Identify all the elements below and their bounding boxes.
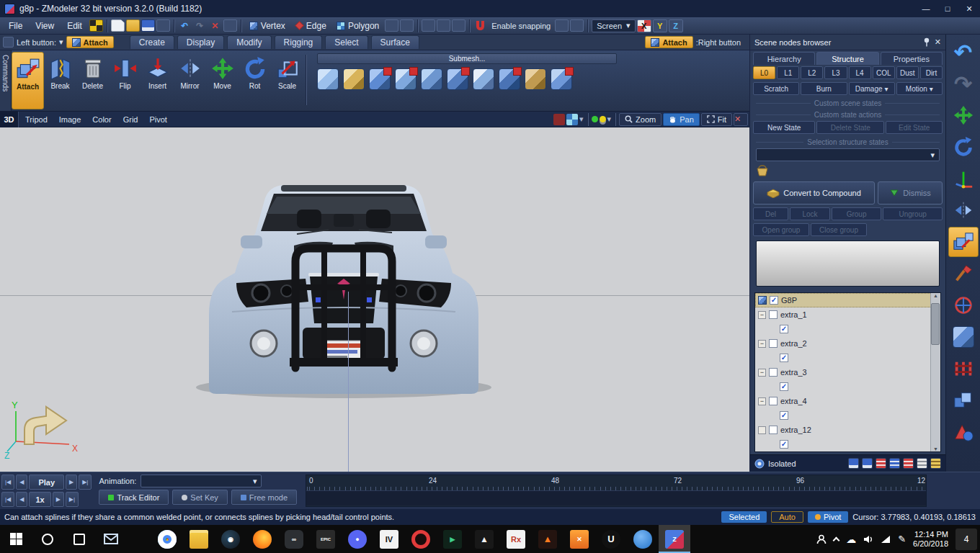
lod-l4-button[interactable]: L4: [849, 66, 871, 79]
delete-state-button[interactable]: Delete State: [816, 121, 884, 134]
viewport-menu-tripod[interactable]: Tripod: [20, 115, 53, 124]
viewport-3d[interactable]: Y Z X: [0, 127, 749, 472]
speed-up-button[interactable]: ▶: [53, 492, 64, 507]
mirror-tool-icon[interactable]: [948, 195, 979, 225]
free-mode-button[interactable]: Free mode: [231, 490, 297, 505]
speed-value[interactable]: 1x: [29, 492, 50, 507]
clock[interactable]: 12:14 PM 6/20/2018: [913, 530, 948, 549]
dismiss-button[interactable]: Dismiss: [878, 181, 943, 204]
undo-icon[interactable]: ↶: [948, 37, 979, 67]
collapse-icon[interactable]: −: [758, 340, 766, 348]
scrollbar-thumb[interactable]: [931, 303, 940, 345]
bucket-icon[interactable]: [756, 165, 769, 176]
tab-rigging[interactable]: Rigging: [275, 35, 323, 49]
ungroup-button[interactable]: Ungroup: [883, 207, 943, 220]
collapse-icon[interactable]: −: [758, 369, 766, 377]
timeline-ruler[interactable]: 0 24 48 72 96 12: [306, 475, 926, 491]
taskbar-app-unreal[interactable]: U: [595, 525, 627, 553]
lod-col-button[interactable]: COL: [873, 66, 895, 79]
axes-tool-icon[interactable]: [948, 163, 979, 194]
scroll-up-icon[interactable]: ▲: [933, 293, 938, 298]
undo-icon[interactable]: ↶: [178, 19, 192, 32]
checkbox-checked[interactable]: ✓: [780, 382, 788, 391]
dock-icon[interactable]: [3, 37, 14, 48]
fit-button[interactable]: Fit: [701, 113, 732, 126]
view-mode-button[interactable]: 3D: [0, 112, 19, 127]
viewport-menu-pivot[interactable]: Pivot: [144, 115, 172, 124]
burn-button[interactable]: Burn: [801, 82, 847, 95]
submesh-icon-checker[interactable]: [473, 68, 494, 90]
taskbar-app-green-arrow[interactable]: ▶: [437, 525, 468, 553]
submesh-icon-remove[interactable]: [447, 68, 468, 90]
snap-option-icon[interactable]: [555, 19, 569, 32]
step-back-button[interactable]: ◀: [16, 475, 27, 490]
submesh-icon-slabs[interactable]: [421, 68, 442, 90]
tray-expand-icon[interactable]: [833, 536, 840, 544]
taskbar-app-discord[interactable]: ∞: [278, 525, 310, 553]
lock-button[interactable]: Lock: [790, 207, 830, 220]
menu-file[interactable]: File: [3, 19, 28, 32]
ink-icon[interactable]: ✎: [898, 534, 906, 544]
taskbar-app-mail[interactable]: [95, 525, 127, 553]
y-axis-button[interactable]: Y: [653, 19, 667, 32]
submesh-icon-plane[interactable]: [551, 68, 572, 90]
taskbar-app-rx[interactable]: Rx: [500, 525, 532, 553]
tree-child-row[interactable]: ✓: [755, 351, 940, 365]
save-file-icon[interactable]: [141, 19, 155, 32]
cubes-tool-icon[interactable]: [948, 385, 979, 415]
onedrive-icon[interactable]: ☁: [846, 534, 856, 545]
axes-icon[interactable]: [452, 19, 466, 32]
start-button[interactable]: [0, 525, 32, 553]
tab-surface[interactable]: Surface: [371, 35, 419, 49]
status-dot-icon[interactable]: [592, 116, 598, 122]
minimize-button[interactable]: —: [915, 1, 937, 17]
speed-down-button[interactable]: ◀: [16, 492, 27, 507]
copy-icon[interactable]: [223, 19, 237, 32]
tab-structure[interactable]: Structure: [816, 52, 878, 65]
grid-settings-icon[interactable]: [89, 19, 103, 32]
submesh-icon-weld[interactable]: [499, 68, 520, 90]
edit-state-button[interactable]: Edit State: [886, 121, 943, 134]
tree-row-g8p[interactable]: ✓ G8P: [755, 293, 940, 307]
zoom-button[interactable]: Zoom: [619, 113, 662, 126]
magnet-icon[interactable]: [473, 19, 487, 32]
collapse-icon[interactable]: −: [758, 397, 766, 405]
checkbox-unchecked[interactable]: [769, 426, 778, 434]
commands-strip[interactable]: Commands: [0, 50, 12, 111]
people-icon[interactable]: [816, 534, 827, 544]
sphere-tool-icon[interactable]: [948, 417, 979, 447]
menu-edit[interactable]: Edit: [61, 19, 88, 32]
lod-l2-button[interactable]: L2: [801, 66, 823, 79]
tool-attach[interactable]: Attach: [12, 52, 44, 109]
cube-tool-icon[interactable]: [948, 322, 979, 352]
snap-option-icon[interactable]: [570, 19, 584, 32]
taskbar-app-messenger[interactable]: [627, 525, 659, 553]
play-button[interactable]: Play: [29, 475, 64, 490]
checkbox-checked[interactable]: ✓: [780, 325, 788, 333]
tab-modify[interactable]: Modify: [227, 35, 271, 49]
screen-select[interactable]: Screen▾: [592, 19, 635, 32]
lod-l1-button[interactable]: L1: [777, 66, 799, 79]
checkbox-checked[interactable]: ✓: [780, 354, 788, 362]
new-file-icon[interactable]: [111, 19, 125, 32]
taskbar-app-cat[interactable]: ▲: [468, 525, 500, 553]
wand-icon[interactable]: [422, 19, 435, 32]
pencil-icon[interactable]: [437, 19, 450, 32]
tree-row-extra-2[interactable]: − extra_2: [755, 336, 940, 351]
z-axis-button[interactable]: Z: [669, 19, 683, 32]
taskbar-app-epic-games[interactable]: EPIC: [310, 525, 342, 553]
polygon-mode-button[interactable]: Polygon: [332, 20, 383, 32]
gizmo-tool-icon[interactable]: [948, 290, 979, 320]
taskbar-app-gta-iv[interactable]: IV: [373, 525, 405, 553]
left-action-attach-button[interactable]: Attach: [66, 36, 114, 48]
close-panel-icon[interactable]: ✕: [935, 37, 941, 47]
timeline-track[interactable]: [306, 491, 926, 505]
taskbar-app-chrome[interactable]: [151, 525, 183, 553]
vertex-mode-button[interactable]: Vertex: [245, 20, 290, 32]
tool-break[interactable]: Break: [44, 52, 76, 109]
checkbox-checked[interactable]: ✓: [780, 440, 788, 449]
x-axis-button[interactable]: X: [637, 19, 651, 32]
paint-icon[interactable]: [553, 114, 565, 125]
tool-move[interactable]: Move: [206, 52, 239, 109]
tree-child-row[interactable]: ✓: [755, 322, 940, 336]
